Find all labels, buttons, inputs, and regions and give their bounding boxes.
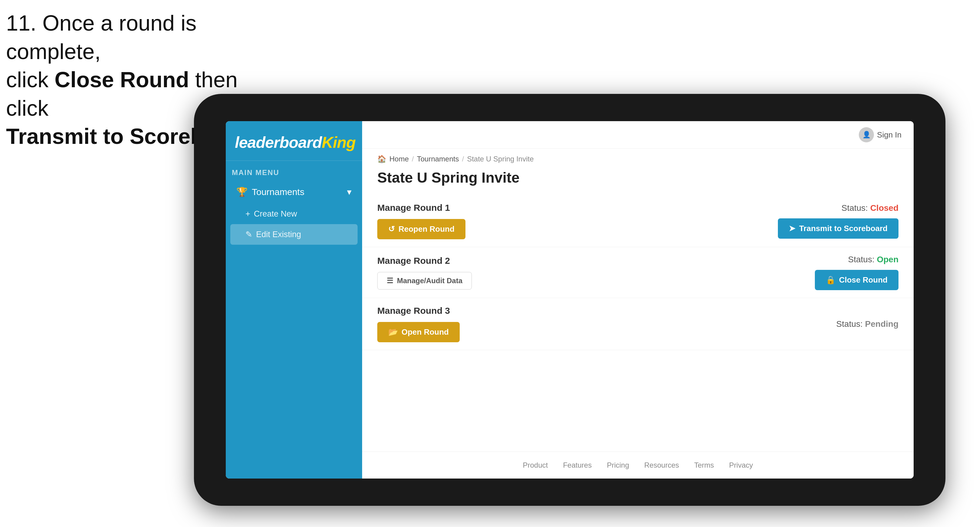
breadcrumb-home[interactable]: Home [390,155,409,163]
send-icon: ➤ [789,224,795,233]
home-icon: 🏠 [377,155,387,163]
sidebar-item-create-new[interactable]: + Create New [230,204,358,224]
logo-text-king: King [322,133,356,151]
reopen-round-label: Reopen Round [398,224,455,234]
sign-in-button[interactable]: 👤 Sign In [859,127,902,142]
main-menu-label: MAIN MENU [226,161,362,180]
close-round-label: Close Round [839,275,888,285]
open-round-label: Open Round [401,327,449,337]
sidebar-nav: 🏆 Tournaments ▾ + Create New ✎ Edit Exis… [226,180,362,245]
round-2-title: Manage Round 2 [377,256,472,266]
footer-product[interactable]: Product [523,461,548,470]
edit-icon: ✎ [245,230,253,239]
logo-text-leaderboard: leaderboard [235,133,322,151]
create-new-label: Create New [254,209,297,219]
breadcrumb-current: State U Spring Invite [467,155,534,163]
manage-audit-label: Manage/Audit Data [397,276,463,285]
sidebar-logo: leaderboardKing [226,121,362,161]
manage-audit-data-button[interactable]: ☰ Manage/Audit Data [377,272,472,290]
page-title: State U Spring Invite [362,166,914,195]
round-1-section: Manage Round 1 ↺ Reopen Round Status: Cl… [362,195,914,247]
sidebar-tournaments-label: Tournaments [252,187,304,197]
refresh-icon: ↺ [388,224,395,234]
footer-privacy[interactable]: Privacy [729,461,753,470]
round-3-status-value: Pending [865,319,899,329]
lock-icon: 🔒 [826,275,835,285]
footer-resources[interactable]: Resources [644,461,679,470]
round-1-status: Status: Closed [842,203,899,213]
sidebar-item-tournaments[interactable]: 🏆 Tournaments ▾ [230,180,358,204]
sign-in-label: Sign In [877,130,902,140]
user-avatar: 👤 [859,127,874,142]
footer-pricing[interactable]: Pricing [607,461,629,470]
transmit-label: Transmit to Scoreboard [799,224,888,233]
footer-features[interactable]: Features [563,461,592,470]
round-1-title: Manage Round 1 [377,203,465,213]
tablet-frame: leaderboardKing MAIN MENU 🏆 Tournaments … [194,94,945,506]
footer-terms[interactable]: Terms [694,461,714,470]
open-round-button[interactable]: 📂 Open Round [377,322,460,342]
breadcrumb: 🏠 Home / Tournaments / State U Spring In… [362,149,914,166]
sidebar-item-edit-existing[interactable]: ✎ Edit Existing [230,224,358,245]
folder-open-icon: 📂 [388,327,398,337]
plus-icon: + [245,209,250,219]
footer: Product Features Pricing Resources Terms… [362,452,914,479]
tablet-screen: leaderboardKing MAIN MENU 🏆 Tournaments … [226,121,914,479]
trophy-icon: 🏆 [236,187,248,197]
transmit-to-scoreboard-button[interactable]: ➤ Transmit to Scoreboard [778,218,899,239]
round-3-status: Status: Pending [836,319,899,329]
round-1-status-value: Closed [870,203,899,213]
table-icon: ☰ [387,276,393,285]
reopen-round-button[interactable]: ↺ Reopen Round [377,219,465,239]
round-3-section: Manage Round 3 📂 Open Round Status: Pend… [362,298,914,350]
round-3-title: Manage Round 3 [377,306,460,316]
breadcrumb-tournaments[interactable]: Tournaments [417,155,459,163]
main-content: 👤 Sign In 🏠 Home / Tournaments / State U… [362,121,914,479]
edit-existing-label: Edit Existing [256,230,301,239]
round-2-status: Status: Open [848,255,899,264]
round-2-section: Manage Round 2 ☰ Manage/Audit Data Statu… [362,247,914,298]
sidebar: leaderboardKing MAIN MENU 🏆 Tournaments … [226,121,362,479]
chevron-down-icon: ▾ [347,187,352,197]
round-2-status-value: Open [877,255,899,264]
top-bar: 👤 Sign In [362,121,914,149]
close-round-button[interactable]: 🔒 Close Round [815,270,899,290]
